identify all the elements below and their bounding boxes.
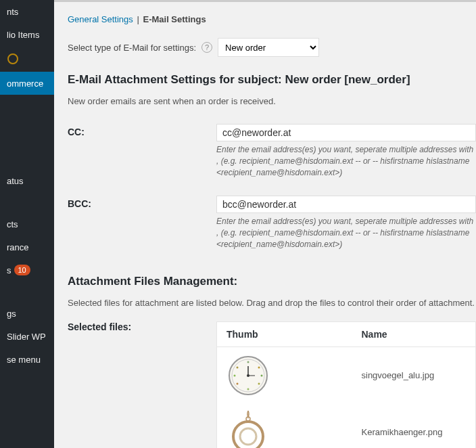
pendant-thumb-icon (228, 409, 268, 448)
tab-general-settings[interactable]: General Settings (68, 14, 133, 24)
attachments-table: Thumb Name (216, 321, 476, 448)
svg-point-16 (240, 428, 256, 445)
svg-point-6 (258, 382, 260, 384)
sidebar-item-slider-wp[interactable]: Slider WP (0, 325, 54, 348)
sidebar-item-commerce[interactable]: ommerce (0, 72, 54, 95)
table-row[interactable]: Keramikhaenger.png (217, 404, 476, 448)
sidebar-item-atus[interactable]: atus (0, 169, 54, 192)
sidebar-item-lio-items[interactable]: lio Items (0, 23, 54, 46)
attachment-settings-heading: E-Mail Attachment Settings for subject: … (68, 73, 476, 87)
sidebar-item-blank1[interactable] (0, 46, 54, 72)
selected-files-label: Selected files: (68, 321, 216, 448)
attachment-settings-desc: New order emails are sent when an order … (68, 96, 476, 106)
attachment-name: Keramikhaenger.png (352, 404, 476, 448)
update-count-badge: 10 (14, 265, 30, 275)
email-type-selector-row: Select type of E-Mail for settings: ? Ne… (68, 38, 476, 57)
sidebar-item-s[interactable]: s 10 (0, 259, 54, 282)
table-row[interactable]: singvoegel_alu.jpg (217, 346, 476, 404)
sidebar-item-cts[interactable]: cts (0, 212, 54, 236)
svg-point-9 (234, 374, 236, 376)
generic-icon (7, 53, 19, 65)
column-name: Name (352, 321, 476, 346)
cc-field-row: CC: Enter the email address(es) you want… (68, 124, 476, 178)
attachment-files-heading: Attachment Files Management: (68, 275, 476, 288)
column-thumb: Thumb (217, 321, 352, 346)
sidebar-item-nts[interactable]: nts (0, 0, 54, 23)
tab-email-settings[interactable]: E-Mail Settings (143, 14, 206, 24)
svg-point-13 (247, 374, 249, 377)
clock-thumb-icon (228, 355, 268, 396)
settings-tabs: General Settings | E-Mail Settings (68, 14, 476, 24)
svg-point-0 (8, 54, 18, 64)
help-icon[interactable]: ? (201, 42, 212, 53)
tab-separator: | (137, 14, 141, 24)
bcc-input[interactable] (216, 196, 476, 213)
admin-sidebar: nts lio Items ommerce atus cts rance s 1… (0, 0, 54, 448)
attachment-files-desc: Selected files for attachment are listed… (68, 298, 476, 308)
cc-label: CC: (68, 124, 216, 137)
content-top-border (54, 0, 476, 2)
main-content: General Settings | E-Mail Settings Selec… (54, 0, 476, 448)
attachment-thumb (227, 411, 270, 448)
svg-point-8 (237, 382, 239, 384)
sidebar-item-gs[interactable]: gs (0, 302, 54, 325)
sidebar-item-rance[interactable]: rance (0, 236, 54, 259)
attachment-name: singvoegel_alu.jpg (352, 346, 476, 404)
cc-input[interactable] (216, 124, 476, 141)
selected-files-row: Selected files: Thumb Name (68, 321, 476, 448)
svg-point-7 (247, 388, 249, 390)
svg-point-5 (261, 374, 263, 376)
bcc-label: BCC: (68, 196, 216, 209)
attachment-thumb (227, 354, 270, 397)
svg-point-3 (247, 361, 249, 363)
svg-point-4 (258, 366, 260, 368)
sidebar-item-collapse-menu[interactable]: se menu (0, 348, 54, 371)
bcc-help-text: Enter the email address(es) you want, se… (216, 216, 476, 250)
bcc-field-row: BCC: Enter the email address(es) you wan… (68, 196, 476, 250)
svg-point-10 (237, 366, 239, 368)
email-type-label: Select type of E-Mail for settings: (68, 43, 196, 53)
cc-help-text: Enter the email address(es) you want, se… (216, 144, 476, 178)
email-type-select[interactable]: New order (218, 38, 319, 57)
